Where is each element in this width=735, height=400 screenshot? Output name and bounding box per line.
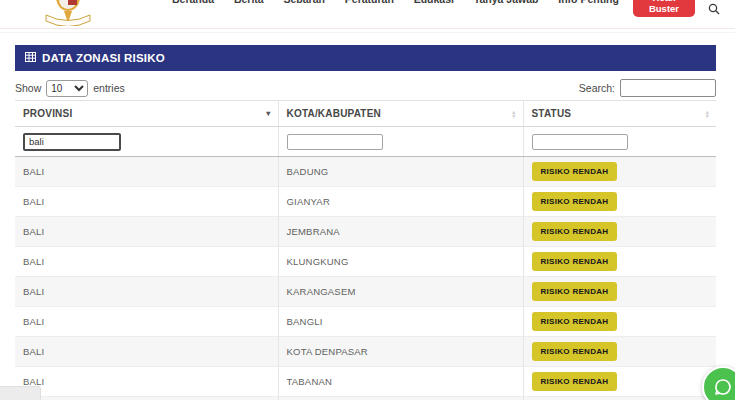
status-badge: RISIKO RENDAH [532,192,618,211]
table-row: BALIJEMBRANARISIKO RENDAH [15,216,716,246]
cell-status: RISIKO RENDAH [523,276,716,306]
nav-item-sebaran[interactable]: Sebaran [284,0,325,5]
column-header-status[interactable]: STATUS▴▾ [523,101,716,127]
column-label: PROVINSI [23,108,72,119]
column-filter-input-provinsi[interactable] [23,133,121,151]
column-header-provinsi[interactable]: PROVINSI▾ [15,101,278,127]
cell-kota-kabupaten: KLUNGKUNG [278,246,523,276]
cell-status: RISIKO RENDAH [523,306,716,336]
cell-status: RISIKO RENDAH [523,396,716,400]
search-label: Search: [579,82,615,94]
table-filter-row [15,127,716,157]
column-header-kota-kabupaten[interactable]: KOTA/KABUPATEN▴▾ [278,101,523,127]
cell-provinsi: BALI [15,366,278,396]
column-filter-input-kota-kabupaten[interactable] [287,134,383,150]
sort-active-icon: ▾ [266,110,270,118]
main-content: DATA ZONASI RISIKO Show 10 entries Searc… [15,45,716,400]
sort-both-icon: ▴▾ [512,110,515,118]
cell-kota-kabupaten: BULELENG [278,396,523,400]
status-badge: RISIKO RENDAH [532,312,618,331]
cell-kota-kabupaten: GIANYAR [278,186,523,216]
table-row: BALIGIANYARRISIKO RENDAH [15,186,716,216]
table-row: BALIKARANGASEMRISIKO RENDAH [15,276,716,306]
table-grid-icon [25,52,36,64]
cell-provinsi: BALI [15,396,278,400]
status-badge: RISIKO RENDAH [532,252,618,271]
cell-status: RISIKO RENDAH [523,336,716,366]
filter-cell-provinsi [15,127,278,157]
table-controls: Show 10 entries Search: [15,79,716,97]
nav-item-tanya-jawab[interactable]: Tanya Jawab [474,0,539,5]
entries-label: entries [93,82,125,94]
risk-zone-table: PROVINSI▾KOTA/KABUPATEN▴▾STATUS▴▾ BALIBA… [15,100,716,400]
cell-status: RISIKO RENDAH [523,216,716,246]
nav-menu: BerandaBeritaSebaranPeraturanEdukasiTany… [172,0,619,5]
nav-item-beranda[interactable]: Beranda [172,0,214,5]
nav-item-peraturan[interactable]: Peraturan [345,0,394,5]
table-row: BALIKOTA DENPASARRISIKO RENDAH [15,336,716,366]
status-badge: RISIKO RENDAH [532,282,618,301]
cell-provinsi: BALI [15,306,278,336]
garuda-logo[interactable] [38,0,98,26]
entries-length-control: Show 10 entries [15,80,125,97]
nav-item-info-penting[interactable]: Info Penting [558,0,619,5]
cell-status: RISIKO RENDAH [523,366,716,396]
status-badge: RISIKO RENDAH [532,342,618,361]
chat-icon [713,377,733,397]
status-badge: RISIKO RENDAH [532,222,618,241]
cell-provinsi: BALI [15,216,278,246]
entries-select[interactable]: 10 [46,80,88,97]
cell-provinsi: BALI [15,156,278,186]
table-row: BALIBULELENGRISIKO RENDAH [15,396,716,400]
link-preview-tooltip [0,386,41,400]
panel-title: DATA ZONASI RISIKO [42,52,165,64]
table-search-input[interactable] [620,79,716,97]
nav-item-berita[interactable]: Berita [234,0,264,5]
filter-cell-status [523,127,716,157]
cell-kota-kabupaten: KOTA DENPASAR [278,336,523,366]
cell-provinsi: BALI [15,186,278,216]
cell-provinsi: BALI [15,336,278,366]
cell-provinsi: BALI [15,246,278,276]
column-filter-input-status[interactable] [532,134,628,150]
search-icon[interactable] [708,1,720,13]
panel-header: DATA ZONASI RISIKO [15,45,716,71]
status-badge: RISIKO RENDAH [532,162,618,181]
nav-item-edukasi[interactable]: Edukasi [414,0,454,5]
cell-status: RISIKO RENDAH [523,246,716,276]
global-search-control: Search: [579,79,716,97]
status-badge: RISIKO RENDAH [532,372,618,391]
table-row: BALIKLUNGKUNGRISIKO RENDAH [15,246,716,276]
column-label: STATUS [532,108,572,119]
top-navigation: BerandaBeritaSebaranPeraturanEdukasiTany… [0,0,735,29]
table-row: BALIBANGLIRISIKO RENDAH [15,306,716,336]
cell-provinsi: BALI [15,276,278,306]
hoax-buster-button[interactable]: Hoax Buster [633,0,695,17]
cell-kota-kabupaten: KARANGASEM [278,276,523,306]
table-header-row: PROVINSI▾KOTA/KABUPATEN▴▾STATUS▴▾ [15,101,716,127]
table-row: BALIBADUNGRISIKO RENDAH [15,156,716,186]
cell-kota-kabupaten: TABANAN [278,366,523,396]
filter-cell-kota-kabupaten [278,127,523,157]
table-row: BALITABANANRISIKO RENDAH [15,366,716,396]
show-label: Show [15,82,41,94]
sort-both-icon: ▴▾ [706,110,709,118]
cell-kota-kabupaten: JEMBRANA [278,216,523,246]
cell-status: RISIKO RENDAH [523,156,716,186]
cell-kota-kabupaten: BANGLI [278,306,523,336]
column-label: KOTA/KABUPATEN [287,108,381,119]
cell-status: RISIKO RENDAH [523,186,716,216]
cell-kota-kabupaten: BADUNG [278,156,523,186]
